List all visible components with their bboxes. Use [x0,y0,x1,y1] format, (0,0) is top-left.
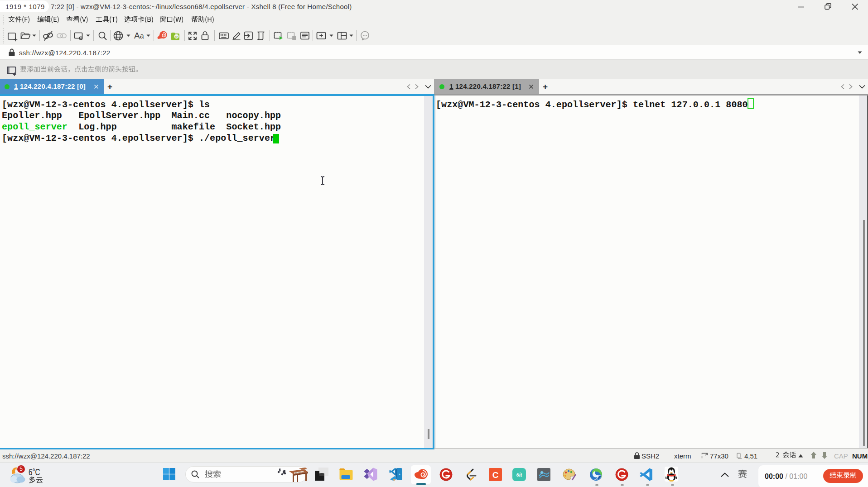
svg-text:e: e [175,34,178,39]
svg-text:6it: 6it [516,472,522,478]
svg-text:C: C [492,470,499,480]
